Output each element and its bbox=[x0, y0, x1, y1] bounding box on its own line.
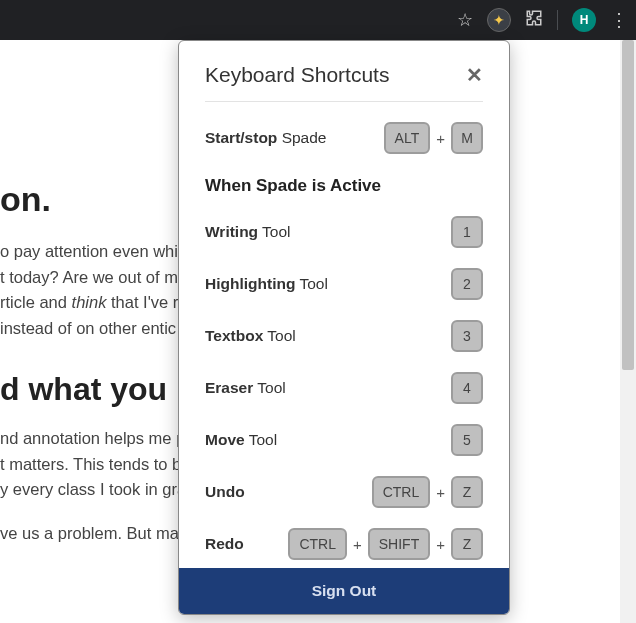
plus-icon: + bbox=[436, 536, 445, 553]
label-rest: Tool bbox=[295, 275, 327, 292]
plus-icon: + bbox=[353, 536, 362, 553]
shortcut-row-writing: Writing Tool 1 bbox=[205, 216, 483, 248]
label-bold: Textbox bbox=[205, 327, 263, 344]
key-ctrl: CTRL bbox=[288, 528, 347, 560]
text-fragment: t matters. This tends to be bbox=[0, 455, 190, 473]
key-1: 1 bbox=[451, 216, 483, 248]
text-fragment: that I've re bbox=[106, 293, 187, 311]
shortcut-label: Undo bbox=[205, 483, 245, 501]
text-fragment: instead of on other entic bbox=[0, 319, 176, 337]
toolbar-separator bbox=[557, 10, 558, 30]
shortcut-label: Redo bbox=[205, 535, 244, 553]
text-fragment: o pay attention even while bbox=[0, 242, 191, 260]
shortcut-row-redo: Redo CTRL + SHIFT + Z bbox=[205, 528, 483, 560]
key-m: M bbox=[451, 122, 483, 154]
text-fragment: ve us a problem. But man bbox=[0, 524, 188, 542]
key-4: 4 bbox=[451, 372, 483, 404]
browser-menu-icon[interactable]: ⋮ bbox=[610, 9, 628, 31]
close-icon[interactable]: ✕ bbox=[466, 65, 483, 85]
label-bold: Undo bbox=[205, 483, 245, 500]
browser-toolbar: ☆ ✦ H ⋮ bbox=[0, 0, 636, 40]
text-fragment: nd annotation helps me pr bbox=[0, 429, 191, 447]
label-bold: Writing bbox=[205, 223, 258, 240]
shortcut-keys: ALT + M bbox=[384, 122, 483, 154]
shortcut-label: Highlighting Tool bbox=[205, 275, 328, 293]
plus-icon: + bbox=[436, 130, 445, 147]
shortcut-row-start: Start/stop Spade ALT + M bbox=[205, 122, 483, 154]
shortcuts-panel: Keyboard Shortcuts ✕ Start/stop Spade AL… bbox=[178, 40, 510, 615]
label-rest: Tool bbox=[253, 379, 285, 396]
label-bold: Redo bbox=[205, 535, 244, 552]
label-bold: Highlighting bbox=[205, 275, 295, 292]
panel-title: Keyboard Shortcuts bbox=[205, 63, 389, 87]
text-fragment: rticle and bbox=[0, 293, 72, 311]
shortcut-row-textbox: Textbox Tool 3 bbox=[205, 320, 483, 352]
sign-out-button[interactable]: Sign Out bbox=[179, 568, 509, 614]
extensions-puzzle-icon[interactable] bbox=[525, 9, 543, 31]
key-z: Z bbox=[451, 476, 483, 508]
section-active-title: When Spade is Active bbox=[205, 176, 483, 196]
text-fragment: t today? Are we out of mi bbox=[0, 268, 182, 286]
key-3: 3 bbox=[451, 320, 483, 352]
shortcut-label: Eraser Tool bbox=[205, 379, 286, 397]
profile-avatar[interactable]: H bbox=[572, 8, 596, 32]
shortcut-label: Writing Tool bbox=[205, 223, 291, 241]
shortcut-label: Move Tool bbox=[205, 431, 277, 449]
bookmark-star-icon[interactable]: ☆ bbox=[457, 9, 473, 31]
text-emphasis: think bbox=[72, 293, 107, 311]
label-bold: Start/stop bbox=[205, 129, 277, 146]
key-5: 5 bbox=[451, 424, 483, 456]
key-ctrl: CTRL bbox=[372, 476, 431, 508]
panel-header: Keyboard Shortcuts ✕ bbox=[205, 63, 483, 102]
shortcut-row-undo: Undo CTRL + Z bbox=[205, 476, 483, 508]
key-alt: ALT bbox=[384, 122, 431, 154]
key-shift: SHIFT bbox=[368, 528, 430, 560]
shortcut-row-eraser: Eraser Tool 4 bbox=[205, 372, 483, 404]
key-2: 2 bbox=[451, 268, 483, 300]
label-rest: Tool bbox=[263, 327, 295, 344]
label-rest: Tool bbox=[245, 431, 277, 448]
shortcut-row-move: Move Tool 5 bbox=[205, 424, 483, 456]
plus-icon: + bbox=[436, 484, 445, 501]
shortcut-label: Textbox Tool bbox=[205, 327, 296, 345]
label-bold: Move bbox=[205, 431, 245, 448]
scrollbar-thumb[interactable] bbox=[622, 40, 634, 370]
page-scrollbar[interactable] bbox=[620, 40, 636, 623]
text-fragment: y every class I took in grad bbox=[0, 480, 195, 498]
shortcut-label: Start/stop Spade bbox=[205, 129, 326, 147]
shortcut-row-highlighting: Highlighting Tool 2 bbox=[205, 268, 483, 300]
label-rest: Spade bbox=[277, 129, 326, 146]
label-bold: Eraser bbox=[205, 379, 253, 396]
label-rest: Tool bbox=[258, 223, 290, 240]
key-z: Z bbox=[451, 528, 483, 560]
extension-spade-icon[interactable]: ✦ bbox=[487, 8, 511, 32]
